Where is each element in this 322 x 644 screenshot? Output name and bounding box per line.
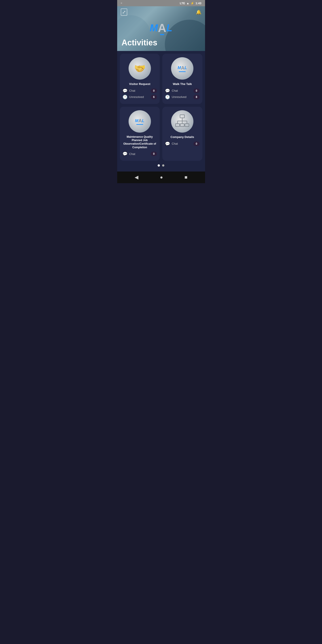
chat-icon-3: 💬 xyxy=(122,152,128,156)
home-button[interactable]: ● xyxy=(160,174,163,180)
status-right: LTE ▲ ⚡ 1:43 xyxy=(180,2,202,5)
visitor-chat-count: 0 xyxy=(151,88,157,93)
visitor-unresolved-count: 6 xyxy=(151,95,157,99)
walk-chat-stat: 💬 Chat 0 xyxy=(165,88,200,93)
status-bar: LTE ▲ ⚡ 1:43 xyxy=(117,0,205,6)
unresolved-icon: 🕐 xyxy=(122,94,128,100)
visitor-request-chat-stat: 💬 Chat 0 xyxy=(122,88,157,93)
maintenance-icon-circle: M A L xyxy=(128,110,151,132)
visitor-chat-label: Chat xyxy=(129,89,135,92)
pagination xyxy=(120,161,202,169)
unresolved-icon-2: 🕐 xyxy=(165,94,170,100)
card-grid: 🤝 Visitor Request 💬 Chat 0 🕐 Unresolved … xyxy=(120,54,202,161)
battery-icon: ⚡ xyxy=(190,2,194,5)
visitor-request-icon-circle: 🤝 xyxy=(128,57,151,80)
company-title: Company Details xyxy=(170,135,194,139)
walk-unresolved-stat: 🕐 Unresolved 8 xyxy=(165,94,200,100)
company-chat-stat: 💬 Chat 0 xyxy=(165,141,200,146)
handshake-icon: 🤝 xyxy=(134,63,146,74)
org-chart-icon xyxy=(174,114,190,129)
recent-button[interactable]: ■ xyxy=(184,174,188,180)
logo-m: M xyxy=(150,23,158,33)
walk-unresolved-count: 8 xyxy=(194,95,200,99)
svg-rect-2 xyxy=(180,124,184,126)
chat-icon-2: 💬 xyxy=(165,88,170,93)
svg-rect-0 xyxy=(180,115,184,118)
expand-icon[interactable]: ⤢ xyxy=(121,8,127,16)
header-top-row: ⤢ 🔔 xyxy=(117,6,205,18)
grid-area: 🤝 Visitor Request 💬 Chat 0 🕐 Unresolved … xyxy=(117,51,205,172)
logo-underline xyxy=(160,34,164,35)
maintenance-title: Maintenance Quality Planned Job Observat… xyxy=(122,135,157,149)
back-button[interactable]: ◀ xyxy=(134,174,138,180)
activities-label: Activities xyxy=(122,38,158,47)
signal-bars: ▲ xyxy=(186,2,190,5)
maintenance-chat-label: Chat xyxy=(129,152,135,156)
svg-rect-1 xyxy=(176,124,180,126)
company-chat-label: Chat xyxy=(172,142,178,145)
logo-a-container: A xyxy=(158,22,166,34)
walk-the-talk-icon-circle: M A L xyxy=(171,57,194,80)
walk-the-talk-card[interactable]: M A L Walk The Talk 💬 Chat 0 🕐 Unr xyxy=(162,54,202,104)
mal-logo-small-1: M A L xyxy=(171,57,194,80)
nav-bar: ◀ ● ■ xyxy=(117,172,205,183)
svg-rect-3 xyxy=(185,124,189,126)
status-left xyxy=(121,2,122,4)
company-icon-circle xyxy=(171,110,194,132)
maintenance-chat-count: 0 xyxy=(151,152,157,156)
logo-area: M A L xyxy=(117,18,205,38)
clock: 1:43 xyxy=(196,2,201,5)
pagination-dot-1[interactable] xyxy=(158,164,160,166)
visitor-request-title: Visitor Request xyxy=(129,82,150,86)
signal-icon xyxy=(121,2,122,4)
pagination-dot-2[interactable] xyxy=(162,164,164,166)
header-background: ⤢ 🔔 M A L Activities xyxy=(117,6,205,51)
walk-chat-count: 0 xyxy=(194,88,200,93)
visitor-request-unresolved-stat: 🕐 Unresolved 6 xyxy=(122,94,157,100)
logo-a: A xyxy=(158,22,166,34)
company-details-card[interactable]: Company Details 💬 Chat 0 xyxy=(162,107,202,161)
maintenance-quality-card[interactable]: M A L Maintenance Quality Planned Job Ob… xyxy=(120,107,160,161)
chat-icon-4: 💬 xyxy=(165,141,170,146)
logo: M A L xyxy=(150,22,172,34)
lte-label: LTE xyxy=(180,2,185,5)
walk-chat-label: Chat xyxy=(172,89,178,92)
visitor-request-card[interactable]: 🤝 Visitor Request 💬 Chat 0 🕐 Unresolved … xyxy=(120,54,160,104)
bell-icon[interactable]: 🔔 xyxy=(196,10,202,15)
company-chat-count: 0 xyxy=(194,142,200,146)
header-title: Activities xyxy=(117,38,205,51)
chat-icon: 💬 xyxy=(122,88,128,93)
logo-l: L xyxy=(166,23,172,33)
visitor-unresolved-label: Unresolved xyxy=(129,95,144,98)
walk-unresolved-label: Unresolved xyxy=(172,95,186,98)
walk-the-talk-title: Walk The Talk xyxy=(173,82,192,86)
maintenance-chat-stat: 💬 Chat 0 xyxy=(122,152,157,156)
mal-logo-small-2: M A L xyxy=(128,110,151,132)
